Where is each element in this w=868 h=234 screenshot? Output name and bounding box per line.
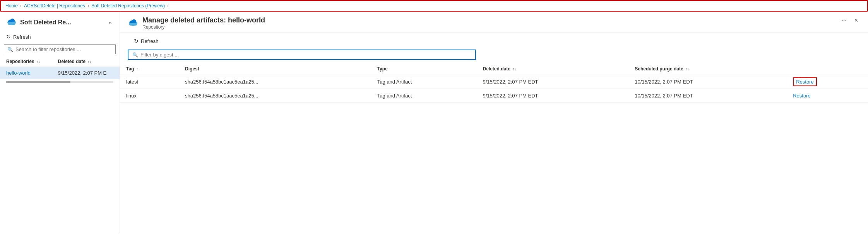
repo-name-cell[interactable]: hello-world xyxy=(0,67,52,79)
scrollbar-track xyxy=(6,81,113,83)
col-tag[interactable]: Tag ↑↓ xyxy=(120,63,179,75)
filter-container: 🔍 xyxy=(120,50,868,63)
left-table-header-row: Repositories ↑↓ Deleted date ↑↓ xyxy=(0,56,120,67)
left-panel-title: Soft Deleted Re... xyxy=(20,19,104,26)
right-header: Manage deleted artifacts: hello-world Re… xyxy=(120,12,868,32)
right-table-header-row: Tag ↑↓ Digest Type Deleted date ↑↓ Sched… xyxy=(120,63,868,75)
right-refresh-label: Refresh xyxy=(141,38,159,44)
purge-date-cell: 10/15/2022, 2:07 PM EDT xyxy=(628,89,787,103)
breadcrumb-soft-deleted[interactable]: Soft Deleted Repositories (Preview) xyxy=(91,3,165,9)
col-digest[interactable]: Digest xyxy=(179,63,371,75)
svg-rect-7 xyxy=(129,23,137,26)
sort-icon-del-date: ↑↓ xyxy=(512,67,516,71)
left-panel: Soft Deleted Re... « ↻ Refresh 🔍 Reposit… xyxy=(0,12,120,233)
right-panel-subtitle: Repository xyxy=(142,24,839,30)
filter-search-icon: 🔍 xyxy=(132,52,138,58)
sort-icon-date: ↑↓ xyxy=(87,60,91,64)
left-refresh-label: Refresh xyxy=(13,34,31,40)
deleted-date-cell: 9/15/2022, 2:07 PM EDT xyxy=(476,75,628,89)
digest-cell: sha256:f54a58bc1aac5ea1a25... xyxy=(179,89,371,103)
breadcrumb-sep-2: › xyxy=(87,3,89,9)
deleted-date-cell: 9/15/2022, 2:07 PM EDT xyxy=(476,89,628,103)
cloud-icon xyxy=(6,16,17,28)
col-purge-date[interactable]: Scheduled purge date ↑↓ xyxy=(628,63,787,75)
col-deleted-date[interactable]: Deleted date ↑↓ xyxy=(52,56,120,67)
right-toolbar: ↻ Refresh xyxy=(120,32,868,50)
repo-date-cell: 9/15/2022, 2:07 PM E xyxy=(52,67,120,79)
filter-input[interactable] xyxy=(140,52,471,58)
right-header-actions: ··· × xyxy=(839,16,860,25)
right-header-info: Manage deleted artifacts: hello-world Re… xyxy=(142,16,839,30)
breadcrumb: Home › ACRSoftDelete | Repositories › So… xyxy=(0,0,868,12)
right-table: Tag ↑↓ Digest Type Deleted date ↑↓ Sched… xyxy=(120,63,868,103)
restore-cell[interactable]: Restore xyxy=(787,75,868,89)
right-table-row: linux sha256:f54a58bc1aac5ea1a25... Tag … xyxy=(120,89,868,103)
ellipsis-button[interactable]: ··· xyxy=(839,16,849,25)
type-cell: Tag and Artifact xyxy=(371,89,477,103)
right-table-container: Tag ↑↓ Digest Type Deleted date ↑↓ Sched… xyxy=(120,63,868,233)
col-type[interactable]: Type xyxy=(371,63,477,75)
refresh-icon: ↻ xyxy=(6,34,11,40)
right-table-row: latest sha256:f54a58bc1aac5ea1a25... Tag… xyxy=(120,75,868,89)
left-table: Repositories ↑↓ Deleted date ↑↓ hello-wo… xyxy=(0,56,120,79)
digest-cell: sha256:f54a58bc1aac5ea1a25... xyxy=(179,75,371,89)
tag-cell: latest xyxy=(120,75,179,89)
search-input[interactable] xyxy=(15,46,112,52)
right-cloud-icon xyxy=(128,17,139,28)
col-deleted-date-right[interactable]: Deleted date ↑↓ xyxy=(476,63,628,75)
restore-link[interactable]: Restore xyxy=(793,77,817,86)
purge-date-cell: 10/15/2022, 2:07 PM EDT xyxy=(628,75,787,89)
main-layout: Soft Deleted Re... « ↻ Refresh 🔍 Reposit… xyxy=(0,12,868,233)
right-panel: Manage deleted artifacts: hello-world Re… xyxy=(120,12,868,233)
col-action xyxy=(787,63,868,75)
scrollbar-thumb[interactable] xyxy=(6,81,70,83)
left-refresh-button[interactable]: ↻ Refresh xyxy=(0,31,120,42)
col-repositories[interactable]: Repositories ↑↓ xyxy=(0,56,52,67)
restore-link[interactable]: Restore xyxy=(793,93,811,99)
breadcrumb-repositories[interactable]: ACRSoftDelete | Repositories xyxy=(24,3,85,9)
breadcrumb-sep-3: › xyxy=(167,3,169,9)
horizontal-scrollbar[interactable] xyxy=(0,79,120,85)
search-icon: 🔍 xyxy=(7,47,13,52)
right-panel-title: Manage deleted artifacts: hello-world xyxy=(142,16,839,24)
right-refresh-button[interactable]: ↻ Refresh xyxy=(128,36,165,46)
collapse-button[interactable]: « xyxy=(107,19,113,26)
right-refresh-icon: ↻ xyxy=(134,38,139,44)
breadcrumb-sep-1: › xyxy=(20,3,22,9)
left-table-row[interactable]: hello-world 9/15/2022, 2:07 PM E xyxy=(0,67,120,79)
filter-box[interactable]: 🔍 xyxy=(128,50,476,60)
breadcrumb-home[interactable]: Home xyxy=(5,3,18,9)
sort-icon-purge: ↑↓ xyxy=(685,67,689,71)
sort-icon-repos: ↑↓ xyxy=(36,60,40,64)
search-box[interactable]: 🔍 xyxy=(4,44,116,54)
tag-cell: linux xyxy=(120,89,179,103)
svg-rect-3 xyxy=(8,22,15,25)
left-panel-header: Soft Deleted Re... « xyxy=(0,12,120,31)
sort-icon-tag: ↑↓ xyxy=(136,67,140,71)
close-button[interactable]: × xyxy=(852,16,860,25)
restore-cell[interactable]: Restore xyxy=(787,89,868,103)
type-cell: Tag and Artifact xyxy=(371,75,477,89)
